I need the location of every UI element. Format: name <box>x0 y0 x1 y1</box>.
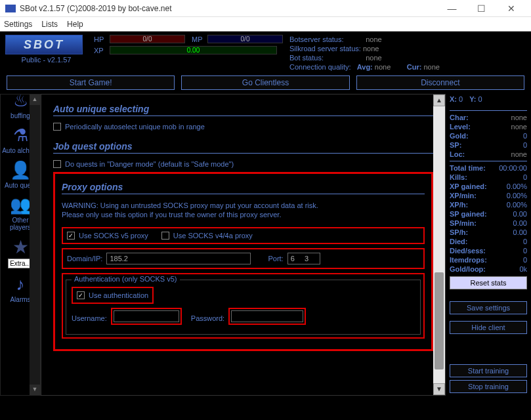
domain-label: Domain/IP: <box>67 255 102 262</box>
close-button[interactable]: ✕ <box>496 0 526 17</box>
checkbox-icon <box>161 232 169 240</box>
hide-client-button[interactable]: Hide client <box>450 321 527 334</box>
stats-panel: X: 0 Y: 0 Char:none Level:none Gold:0 SP… <box>446 94 531 396</box>
content-panel: Auto unique selecting Periodically autos… <box>41 94 446 396</box>
menu-help[interactable]: Help <box>67 20 83 29</box>
socks-v4-checkbox[interactable]: Use SOCKS v4/4a proxy <box>161 232 253 240</box>
note-icon: ♪ <box>10 274 31 295</box>
use-auth-checkbox[interactable]: Use authentication <box>72 287 154 304</box>
title-bar: SBot v2.1.57 (C)2008-2019 by bot-cave.ne… <box>0 0 531 17</box>
sidebar-scroll-down[interactable]: ▼ <box>30 385 40 395</box>
domain-port-row: Domain/IP: Port: <box>62 248 425 269</box>
people-icon: 👥 <box>10 194 31 215</box>
danger-mode-checkbox[interactable]: Do quests in "Danger mode" (default is "… <box>53 160 433 168</box>
socks-v5-checkbox[interactable]: Use SOCKS v5 proxy <box>67 232 148 240</box>
star-icon: ★ <box>10 236 31 257</box>
scroll-up-icon[interactable]: ▲ <box>433 94 445 106</box>
unique-autoselect-checkbox[interactable]: Periodically autoselect unique mob in ra… <box>53 123 433 131</box>
username-input[interactable] <box>114 310 179 322</box>
content-scrollbar[interactable]: ▲ ▼ <box>433 94 445 395</box>
port-label: Port: <box>268 255 283 262</box>
xp-bar: 0.00 <box>110 46 277 54</box>
status-block: Botserver status: none Silkroad server s… <box>289 35 440 72</box>
app-icon <box>5 5 16 12</box>
unique-section-title: Auto unique selecting <box>53 104 433 114</box>
sidebar: ♨ buffing ⚗ Auto alche... 👤 Auto quest 👥… <box>0 94 41 396</box>
reset-stats-button[interactable]: Reset stats <box>450 276 527 289</box>
flask-icon: ⚗ <box>10 125 31 146</box>
logo: SBOT <box>5 35 83 54</box>
checkbox-icon <box>67 232 75 240</box>
scroll-down-icon[interactable]: ▼ <box>433 383 445 395</box>
proxy-section-title: Proxy options <box>62 182 425 192</box>
password-label: Password: <box>191 314 224 322</box>
hp-label: HP <box>94 35 107 43</box>
version-label: Public - v2.1.57 <box>5 56 87 64</box>
checkbox-icon <box>53 123 61 131</box>
window-title: SBot v2.1.57 (C)2008-2019 by bot-cave.ne… <box>20 4 437 13</box>
person-icon: 👤 <box>10 159 31 180</box>
menu-lists[interactable]: Lists <box>41 20 58 29</box>
proxy-section: Proxy options WARNING: Using an untruste… <box>53 172 433 351</box>
stop-training-button[interactable]: Stop training <box>450 380 527 393</box>
start-training-button[interactable]: Start training <box>450 364 527 377</box>
scroll-thumb[interactable] <box>435 272 444 369</box>
minimize-button[interactable]: — <box>437 0 467 17</box>
hp-bar: 0/0 <box>110 35 185 43</box>
menu-bar: Settings Lists Help <box>0 17 531 32</box>
go-clientless-button[interactable]: Go Clientless <box>181 75 349 90</box>
mp-label: MP <box>192 35 205 43</box>
mp-bar: 0/0 <box>207 35 283 43</box>
menu-settings[interactable]: Settings <box>4 20 32 29</box>
disconnect-button[interactable]: Disconnect <box>356 75 524 90</box>
flame-icon: ♨ <box>10 94 31 111</box>
port-input[interactable] <box>287 253 320 264</box>
save-settings-button[interactable]: Save settings <box>450 301 527 314</box>
auth-fieldset: Authentication (only SOCKS v5) Use authe… <box>66 280 421 335</box>
xp-label: XP <box>94 47 107 54</box>
checkbox-icon <box>53 160 61 168</box>
sidebar-scroll-up[interactable]: ▲ <box>30 94 40 105</box>
maximize-button[interactable]: ☐ <box>467 0 496 17</box>
domain-input[interactable] <box>106 253 251 264</box>
job-section-title: Job quest options <box>53 141 433 152</box>
username-label: Username: <box>72 314 107 322</box>
password-input[interactable] <box>231 310 303 322</box>
proxy-warning: WARNING: Using an untrusted SOCKS proxy … <box>62 201 425 219</box>
start-game-button[interactable]: Start Game! <box>7 75 175 90</box>
checkbox-icon <box>77 291 85 299</box>
